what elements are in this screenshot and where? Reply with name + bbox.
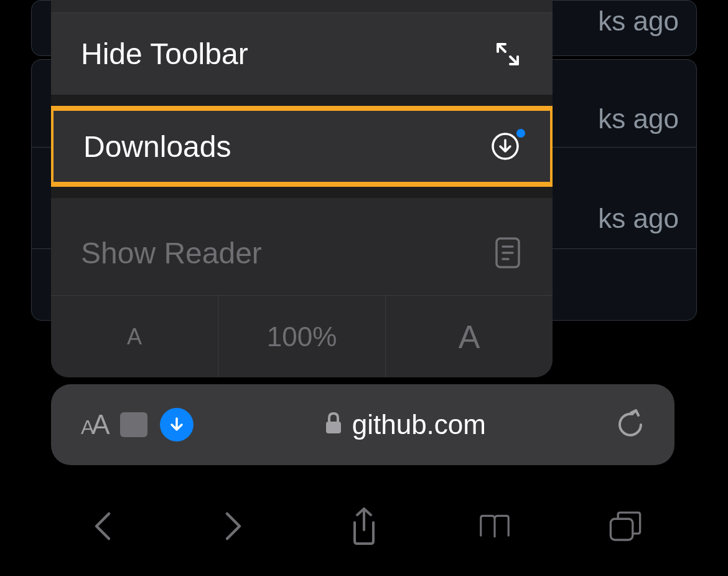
aa-menu-popup: Hide Toolbar Downloads Show Reader	[51, 0, 553, 377]
address-bar[interactable]: AA github.com	[51, 384, 674, 465]
zoom-level[interactable]: 100%	[218, 296, 386, 377]
menu-label: Show Reader	[81, 236, 262, 270]
bg-timestamp: ks ago	[598, 103, 679, 135]
bookmarks-button[interactable]	[478, 509, 511, 543]
download-circle-icon	[490, 131, 520, 161]
zoom-controls: A 100% A	[51, 295, 553, 377]
svg-rect-6	[610, 519, 632, 540]
zoom-in-button[interactable]: A	[386, 296, 553, 377]
share-button[interactable]	[347, 509, 381, 543]
svg-rect-5	[326, 422, 341, 433]
zoom-out-button[interactable]: A	[51, 296, 218, 377]
bg-timestamp: ks ago	[598, 6, 679, 37]
menu-label: Downloads	[83, 130, 231, 164]
lock-icon	[325, 412, 342, 437]
url-text: github.com	[352, 409, 486, 440]
menu-item-show-reader[interactable]: Show Reader	[51, 210, 553, 295]
address-bar-left: AA	[81, 408, 194, 441]
menu-label: Hide Toolbar	[81, 37, 248, 71]
menu-item-hide-toolbar[interactable]: Hide Toolbar	[51, 12, 553, 95]
expand-arrows-icon	[493, 39, 523, 69]
reload-icon[interactable]	[617, 408, 645, 441]
bg-timestamp: ks ago	[598, 203, 679, 234]
reader-icon	[493, 238, 523, 268]
address-bar-center[interactable]: github.com	[194, 409, 617, 440]
forward-button[interactable]	[217, 509, 250, 543]
menu-item-partial[interactable]	[51, 0, 553, 12]
notification-dot-icon	[516, 129, 525, 138]
back-button[interactable]	[86, 509, 119, 543]
tabs-button[interactable]	[609, 509, 642, 543]
menu-item-downloads[interactable]: Downloads	[51, 106, 553, 187]
aa-menu-icon[interactable]: AA	[81, 409, 108, 440]
extensions-icon[interactable]	[120, 412, 147, 437]
bottom-toolbar	[0, 495, 728, 557]
downloads-indicator-icon[interactable]	[160, 408, 194, 441]
